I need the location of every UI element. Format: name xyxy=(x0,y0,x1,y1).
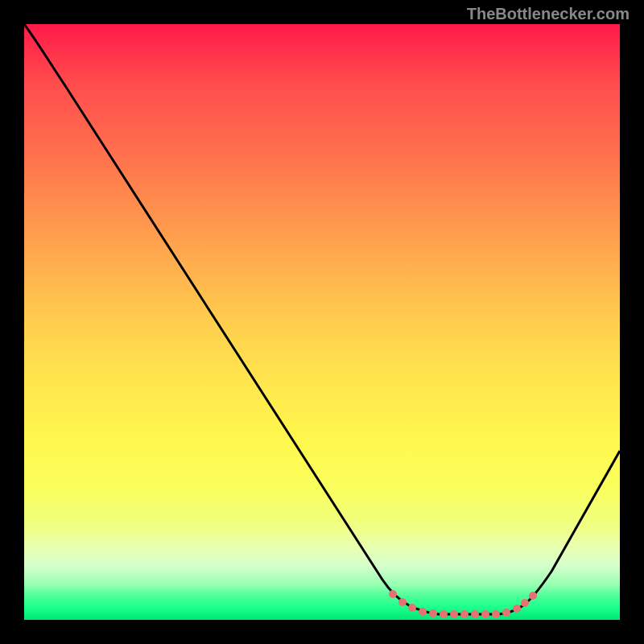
svg-point-8 xyxy=(471,610,479,618)
svg-point-14 xyxy=(529,592,537,600)
watermark-text: TheBottlenecker.com xyxy=(467,5,630,23)
svg-point-0 xyxy=(389,590,397,598)
optimal-range-markers xyxy=(389,590,537,618)
svg-point-11 xyxy=(502,609,510,617)
svg-point-10 xyxy=(492,610,500,618)
svg-point-4 xyxy=(429,609,437,617)
svg-point-7 xyxy=(460,610,469,618)
svg-point-1 xyxy=(398,598,407,606)
chart-container xyxy=(24,24,620,620)
svg-point-6 xyxy=(450,610,458,618)
svg-point-5 xyxy=(440,610,448,618)
chart-svg xyxy=(24,24,620,620)
svg-point-2 xyxy=(408,604,416,612)
svg-point-9 xyxy=(481,610,489,618)
svg-point-3 xyxy=(419,608,427,616)
bottleneck-curve-line xyxy=(24,24,620,614)
svg-point-13 xyxy=(521,599,529,607)
svg-point-12 xyxy=(513,605,521,613)
